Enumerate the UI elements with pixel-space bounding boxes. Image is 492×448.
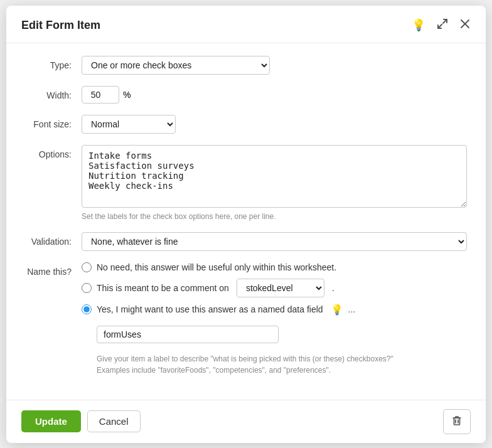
lightbulb-icon: 💡 [331,304,343,316]
dialog-header: Edit Form Item 💡 [6,6,486,43]
dialog-body: Type: One or more check boxes Text Numbe… [6,43,486,400]
font-size-label: Font size: [25,115,82,129]
radio-comment-on-label: This is meant to be a comment on [97,283,229,293]
comment-on-select[interactable]: stokedLevel otherField [237,279,324,297]
update-button[interactable]: Update [21,410,81,432]
hint-icon-button[interactable]: 💡 [409,17,428,33]
width-label: Width: [25,86,82,100]
hint-icon: 💡 [412,18,425,32]
name-this-label: Name this? [25,262,82,277]
font-size-select[interactable]: Normal Small Large [82,115,176,134]
radio-yes-row: Yes, I might want to use this answer as … [82,304,467,316]
radio-no-need-row: No need, this answer will be useful only… [82,262,467,272]
options-control: Intake forms Satisfaction surveys Nutrit… [82,145,467,221]
validation-control: None, whatever is fine Required At least… [82,232,467,251]
font-size-row: Font size: Normal Small Large [25,115,467,134]
options-row: Options: Intake forms Satisfaction surve… [25,145,467,221]
dots-label: ... [348,304,356,314]
svg-rect-4 [454,418,460,425]
width-control: % [82,86,467,104]
width-input[interactable] [82,86,119,104]
name-this-row: Name this? No need, this answer will be … [25,262,467,376]
expand-icon [437,18,448,33]
validation-label: Validation: [25,232,82,247]
delete-button[interactable] [443,409,471,434]
radio-yes-label: Yes, I might want to use this answer as … [97,304,323,314]
delete-icon [451,417,463,428]
type-control: One or more check boxes Text Number Date… [82,56,467,75]
close-icon-button[interactable] [457,17,473,34]
named-field-input[interactable] [97,326,279,343]
validation-select[interactable]: None, whatever is fine Required At least… [82,232,467,251]
radio-comment-on-row: This is meant to be a comment on stokedL… [82,279,467,297]
comment-on-dot: . [332,283,334,293]
validation-row: Validation: None, whatever is fine Requi… [25,232,467,251]
footer-left: Update Cancel [21,410,141,432]
expand-icon-button[interactable] [434,17,451,34]
header-icons: 💡 [409,17,473,34]
edit-form-item-dialog: Edit Form Item 💡 [6,6,486,443]
type-label: Type: [25,56,82,70]
width-unit: % [123,90,131,100]
options-hint: Set the labels for the check box options… [82,212,467,221]
dialog-footer: Update Cancel [6,400,486,443]
radio-comment-on[interactable] [82,283,92,293]
options-label: Options: [25,145,82,159]
cancel-button[interactable]: Cancel [87,410,141,432]
close-icon [459,18,471,33]
font-size-control: Normal Small Large [82,115,467,134]
named-field-hint: Give your item a label to describe "what… [97,353,398,376]
options-textarea[interactable]: Intake forms Satisfaction surveys Nutrit… [82,145,467,208]
type-row: Type: One or more check boxes Text Numbe… [25,56,467,75]
dialog-title: Edit Form Item [21,19,100,32]
radio-no-need[interactable] [82,262,92,272]
radio-yes[interactable] [82,304,92,314]
type-select[interactable]: One or more check boxes Text Number Date… [82,56,270,75]
width-row: Width: % [25,86,467,104]
name-this-control: No need, this answer will be useful only… [82,262,467,376]
radio-no-need-label: No need, this answer will be useful only… [97,262,336,272]
